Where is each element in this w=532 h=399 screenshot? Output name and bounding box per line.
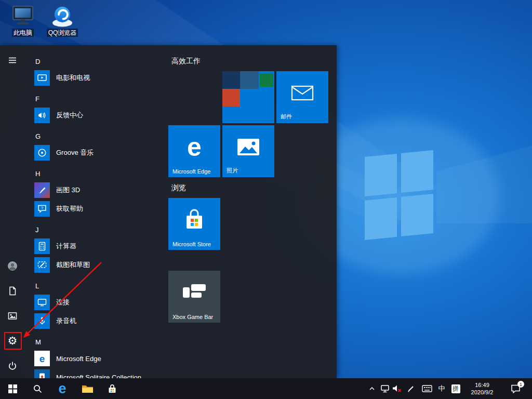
tile-label: Microsoft Store bbox=[172, 241, 211, 247]
tile-xbox-game-bar[interactable]: Xbox Game Bar bbox=[168, 271, 220, 323]
tile-label: Xbox Game Bar bbox=[172, 314, 213, 320]
app-label: 截图和草图 bbox=[56, 260, 90, 270]
volume-muted-icon bbox=[392, 384, 402, 393]
taskbar-search-button[interactable] bbox=[25, 378, 50, 399]
app-list-item-groove-music[interactable]: Groove 音乐 bbox=[31, 143, 165, 162]
pen-icon bbox=[407, 384, 415, 393]
taskbar-file-explorer-button[interactable] bbox=[75, 378, 100, 399]
app-label: Microsoft Edge bbox=[56, 355, 101, 363]
tile-group-title-explore[interactable]: 浏览 bbox=[171, 183, 186, 193]
action-center-button[interactable]: 1 bbox=[505, 378, 526, 399]
tray-ime-mode[interactable]: 中 bbox=[436, 378, 447, 399]
get-help-icon: ? bbox=[34, 201, 50, 217]
search-icon bbox=[33, 384, 42, 393]
tray-windows-ink[interactable] bbox=[406, 378, 416, 399]
tile-mail[interactable]: 邮件 bbox=[276, 71, 328, 123]
app-label: 获取帮助 bbox=[56, 204, 83, 214]
tray-ime-language[interactable]: 拼 bbox=[450, 378, 461, 399]
desktop-icon-label: 此电脑 bbox=[12, 29, 34, 37]
app-list-item-movies-tv[interactable]: 电影和电视 bbox=[31, 69, 165, 87]
tray-volume[interactable] bbox=[391, 378, 403, 399]
tile-microsoft-edge[interactable]: e Microsoft Edge bbox=[168, 125, 220, 177]
store-bag-icon bbox=[183, 209, 206, 231]
taskbar: e 中 拼 16:49 2020/9/2 bbox=[0, 378, 532, 399]
qq-browser-icon bbox=[50, 4, 75, 27]
office-collage-square bbox=[222, 71, 240, 89]
edge-e-icon: e bbox=[187, 132, 202, 162]
app-label: 连接 bbox=[56, 298, 70, 307]
tray-network[interactable] bbox=[380, 378, 390, 399]
clock-date: 2020/9/2 bbox=[471, 389, 494, 396]
tile-office[interactable] bbox=[222, 71, 274, 123]
documents-icon bbox=[8, 286, 17, 296]
pictures-button[interactable] bbox=[0, 303, 25, 328]
hamburger-menu-icon bbox=[8, 56, 17, 65]
app-label: Microsoft Solitaire Collection bbox=[56, 374, 141, 379]
feedback-hub-icon bbox=[34, 108, 50, 123]
connect-icon bbox=[34, 295, 50, 310]
svg-text:?: ? bbox=[41, 206, 44, 210]
app-list-item-connect[interactable]: 连接 bbox=[31, 293, 165, 312]
app-list-header-f[interactable]: F bbox=[31, 91, 160, 106]
tile-label: Microsoft Edge bbox=[172, 168, 210, 175]
touch-keyboard-icon bbox=[422, 385, 432, 392]
tile-group-title-productivity[interactable]: 高效工作 bbox=[171, 57, 201, 66]
user-account-button[interactable] bbox=[0, 254, 25, 278]
solitaire-icon bbox=[34, 369, 50, 378]
start-menu-expand-button[interactable] bbox=[0, 48, 25, 73]
start-button[interactable] bbox=[0, 378, 25, 399]
tray-clock[interactable]: 16:49 2020/9/2 bbox=[463, 378, 501, 399]
office-collage-square bbox=[222, 89, 240, 107]
edge-icon: e bbox=[34, 351, 50, 366]
office-collage-square bbox=[240, 71, 259, 89]
app-label: 录音机 bbox=[56, 316, 76, 326]
tray-touch-keyboard[interactable] bbox=[421, 378, 433, 399]
app-list-header-d[interactable]: D bbox=[31, 54, 160, 69]
app-list-header-l[interactable]: L bbox=[31, 278, 160, 293]
start-windows-icon bbox=[8, 384, 17, 393]
power-button[interactable] bbox=[0, 353, 25, 378]
app-label: 反馈中心 bbox=[56, 111, 83, 120]
xbox-game-bar-icon bbox=[182, 283, 207, 302]
tile-label: 邮件 bbox=[281, 113, 292, 121]
network-icon bbox=[380, 384, 390, 393]
annotation-highlight-box bbox=[4, 332, 22, 350]
calculator-icon bbox=[34, 238, 50, 254]
app-list-header-m[interactable]: M bbox=[31, 335, 160, 349]
app-label: 电影和电视 bbox=[56, 73, 90, 83]
start-menu: ⚙ D 电影和电视 F 反馈中心 G Groove 音乐 H 画图 3D ? bbox=[0, 45, 337, 378]
tile-label: 照片 bbox=[227, 167, 238, 175]
desktop-icon-label: QQ浏览器 bbox=[47, 29, 78, 37]
paint-3d-icon bbox=[34, 182, 50, 198]
office-collage-square bbox=[260, 73, 273, 87]
app-list-item-voice-recorder[interactable]: 录音机 bbox=[31, 312, 165, 330]
app-list-header-h[interactable]: H bbox=[31, 166, 160, 181]
tray-show-hidden-icons[interactable] bbox=[367, 378, 377, 399]
tile-photos[interactable]: 照片 bbox=[222, 125, 274, 177]
chevron-up-icon bbox=[368, 385, 376, 392]
tile-microsoft-store[interactable]: Microsoft Store bbox=[168, 198, 220, 250]
desktop-icon-qq-browser[interactable]: QQ浏览器 bbox=[46, 4, 79, 37]
groove-music-icon bbox=[34, 145, 50, 161]
app-list-item-microsoft-edge[interactable]: e Microsoft Edge bbox=[31, 349, 165, 368]
taskbar-edge-button[interactable]: e bbox=[50, 378, 75, 399]
app-list-item-paint-3d[interactable]: 画图 3D bbox=[31, 181, 165, 200]
desktop-icon-this-pc[interactable]: 此电脑 bbox=[6, 4, 39, 37]
app-list-item-get-help[interactable]: ? 获取帮助 bbox=[31, 200, 165, 218]
app-list-item-snip-sketch[interactable]: 截图和草图 bbox=[31, 256, 165, 274]
app-list-item-calculator[interactable]: 计算器 bbox=[31, 237, 165, 256]
mail-envelope-icon bbox=[291, 85, 314, 101]
pictures-icon bbox=[8, 311, 17, 321]
app-list-header-j[interactable]: J bbox=[31, 222, 160, 237]
notification-badge: 1 bbox=[517, 381, 524, 388]
ime-icon: 拼 bbox=[451, 384, 460, 393]
this-pc-icon bbox=[10, 4, 35, 27]
taskbar-store-button[interactable] bbox=[100, 378, 125, 399]
app-list-item-solitaire[interactable]: Microsoft Solitaire Collection bbox=[31, 368, 165, 378]
app-list-item-feedback-hub[interactable]: 反馈中心 bbox=[31, 106, 165, 125]
store-taskbar-icon bbox=[107, 383, 117, 394]
app-list-header-g[interactable]: G bbox=[31, 129, 160, 143]
user-icon bbox=[7, 261, 18, 271]
documents-button[interactable] bbox=[0, 278, 25, 303]
snip-sketch-icon bbox=[34, 257, 50, 273]
